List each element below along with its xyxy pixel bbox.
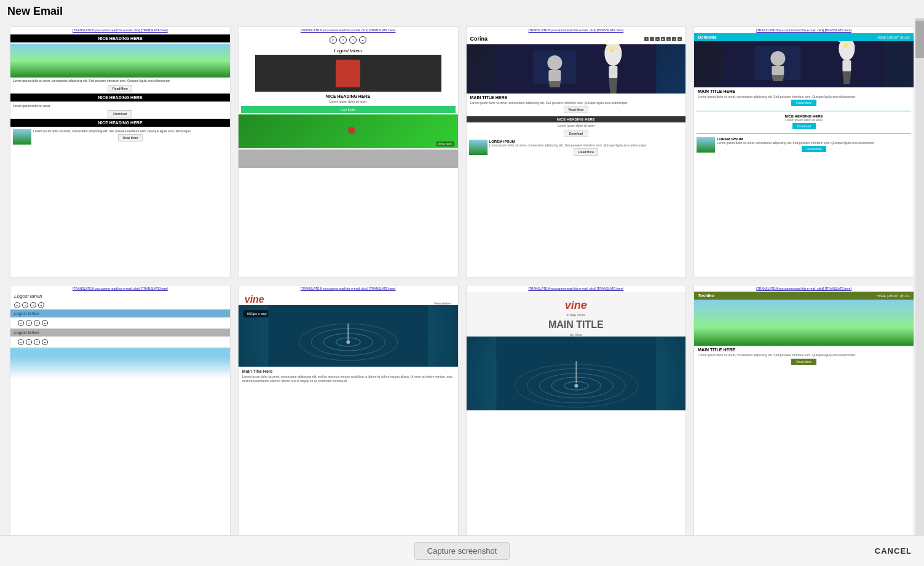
corona-btn3[interactable]: Read More — [574, 148, 598, 156]
logosi-preview: [TRANSLATE:If you cannot read this e-mai… — [10, 285, 230, 536]
svg-point-38 — [574, 384, 578, 388]
bw-small-image — [13, 129, 31, 145]
donnette-btn3[interactable]: Read More — [802, 146, 827, 152]
template-blocks[interactable]: [TRANSLATE:If you cannot read this e-mai… — [238, 26, 459, 277]
corona-btn2[interactable]: Download — [564, 130, 588, 137]
scrollbar[interactable]: ▲ ▼ — [915, 18, 924, 548]
corona-body1: Lorem ipsum dolor sit amet, consectetur … — [470, 101, 682, 105]
scrollbar-thumb[interactable] — [915, 21, 924, 58]
svg-point-10 — [547, 55, 562, 70]
logosi-logo3: Logosi tahan — [14, 330, 226, 335]
corona-btn1[interactable]: Read More — [564, 106, 588, 113]
corona-heading2: NICE HEADING HERE — [467, 116, 686, 122]
corona-heading1: MAIN TITLE HERE — [470, 95, 682, 100]
corona-lorem-col: LOREM IPSUM Lorem ipsum dolor sit amet, … — [489, 140, 684, 157]
instagram-icon: ● — [359, 36, 366, 44]
blocks-apple-red — [348, 127, 355, 134]
logosi-social3: in t f ● — [14, 338, 226, 346]
corona-name: Corina — [470, 36, 488, 42]
bw-right-col: Lorem ipsum dolor sit amet, consectetur … — [33, 129, 227, 143]
logosi-tw3-icon: t — [26, 339, 32, 345]
toshiko-name: Toshiko — [698, 293, 714, 298]
donnette-btn1[interactable]: Read More — [791, 100, 816, 106]
vine1-preview: [TRANSLATE:If you cannot read this e-mai… — [239, 285, 458, 536]
bw-body3: Lorem ipsum dolor sit amet, consectetur … — [33, 129, 227, 133]
template-vine1[interactable]: [TRANSLATE:If you cannot read this e-mai… — [238, 285, 459, 536]
vine2-logo: vine — [467, 295, 686, 313]
donnette-lorem-body: Lorem ipsum dolor sit amet, consectetur … — [717, 141, 911, 145]
toshiko-btn1[interactable]: Read More — [791, 359, 816, 365]
template-logosi[interactable]: [TRANSLATE:If you cannot read this e-mai… — [10, 285, 231, 536]
cancel-button[interactable]: CANCEL — [875, 546, 912, 556]
toshiko-header: Toshiko HOME | ABOUT | BLOG — [694, 292, 914, 300]
corona-main-section: MAIN TITLE HERE Lorem ipsum dolor sit am… — [467, 94, 686, 116]
donnette-btn2[interactable]: Download — [792, 123, 816, 129]
corona-tw-icon: t — [650, 37, 654, 41]
bw-body2: Lorem ipsum dolor sit amet — [10, 103, 230, 109]
corona-header: Corina f t in ▶ g p ● — [467, 33, 686, 44]
corona-lorem-row: LOREM IPSUM Lorem ipsum dolor sit amet, … — [467, 138, 686, 158]
donnette-hero-image — [694, 41, 914, 87]
template-bw[interactable]: [TRANSLATE:If you cannot read this e-mai… — [10, 26, 231, 277]
template-grid: [TRANSLATE:If you cannot read this e-mai… — [0, 23, 924, 540]
logosi-band2: Logosi tahan — [10, 329, 230, 337]
bw-btn3[interactable]: Read More — [118, 134, 143, 142]
corona-body2: Lorem ipsum dolor sit amet — [467, 122, 686, 129]
template-corona[interactable]: [TRANSLATE:If you cannot read this e-mai… — [466, 26, 687, 277]
toshiko-heading1: MAIN TITLE HERE — [698, 348, 910, 352]
logosi-fb3-icon: f — [34, 339, 40, 345]
blocks-btn1[interactable]: Lue lisää — [241, 106, 456, 113]
toshiko-nav: HOME | ABOUT | BLOG — [877, 294, 910, 298]
toshiko-hero-image — [694, 300, 914, 346]
donnette-nav: HOME | ABOUT | BLOG — [877, 36, 910, 39]
vine2-translate: [TRANSLATE:If you cannot read this e-mai… — [467, 285, 686, 292]
donnette-divider2 — [697, 134, 911, 134]
vine2-preview: [TRANSLATE:If you cannot read this e-mai… — [467, 285, 686, 536]
vine1-logo: vine — [241, 292, 268, 305]
svg-point-22 — [771, 51, 786, 66]
svg-rect-2 — [609, 66, 617, 78]
vine1-main-title: Main Title Here — [242, 369, 454, 373]
corona-li-icon: in — [655, 37, 660, 41]
vine2-main-title: MAIN TITLE — [467, 317, 686, 333]
template-vine2[interactable]: [TRANSLATE:If you cannot read this e-mai… — [466, 285, 687, 536]
bottom-bar: Capture screenshot CANCEL — [0, 535, 924, 566]
logosi-fb-icon: f — [30, 302, 36, 308]
donnette-name: Donnette — [698, 35, 716, 39]
bw-hero-image — [10, 44, 230, 78]
blocks-apples-image: Write here — [239, 114, 458, 148]
facebook-icon: f — [339, 36, 347, 44]
logosi-social2: in t f ● — [14, 319, 226, 327]
donnette-lorem-col: LOREM IPSUM Lorem ipsum dolor sit amet, … — [717, 137, 911, 153]
corona-pin-icon: p — [672, 37, 676, 41]
logosi-social2-container: in t f ● — [10, 317, 230, 329]
logosi-translate: [TRANSLATE:If you cannot read this e-mai… — [10, 285, 230, 292]
svg-rect-15 — [843, 60, 851, 71]
donnette-lorem-row: LOREM IPSUM Lorem ipsum dolor sit amet, … — [694, 136, 914, 154]
vine1-body: Lorem ipsum dolor sit amet, consectetur … — [242, 375, 454, 383]
bw-btn1[interactable]: Read More — [108, 85, 132, 92]
toshiko-translate: [TRANSLATE:If you cannot read this e-mai… — [694, 285, 914, 292]
capture-screenshot-button[interactable]: Capture screenshot — [414, 542, 510, 560]
logosi-li2-icon: in — [18, 320, 24, 326]
toshiko-preview: [TRANSLATE:If you cannot read this e-mai… — [694, 285, 914, 536]
svg-point-4 — [610, 49, 614, 52]
corona-fb-icon: f — [644, 37, 649, 41]
bw-btn2[interactable]: Download — [108, 110, 132, 118]
logosi-band1: Logosi tahan — [10, 309, 230, 317]
svg-marker-16 — [843, 71, 851, 84]
template-donnette[interactable]: [TRANSLATE:If you cannot read this e-mai… — [693, 26, 914, 277]
logosi-ins3-icon: ● — [42, 339, 48, 345]
corona-hero-image — [467, 44, 686, 94]
bw-row3: Lorem ipsum dolor sit amet, consectetur … — [10, 128, 230, 146]
logosi-social3-container: in t f ● — [10, 337, 230, 348]
twitter-icon: t — [349, 36, 357, 44]
template-toshiko[interactable]: [TRANSLATE:If you cannot read this e-mai… — [693, 285, 914, 536]
blocks-phone-inner — [336, 60, 360, 87]
svg-point-30 — [346, 340, 350, 344]
svg-rect-11 — [548, 70, 561, 81]
toshiko-content: MAIN TITLE HERE Lorem ipsum dolor sit am… — [694, 346, 914, 368]
svg-marker-24 — [772, 75, 784, 81]
svg-point-17 — [844, 44, 848, 48]
donnette-divider1 — [697, 111, 911, 111]
